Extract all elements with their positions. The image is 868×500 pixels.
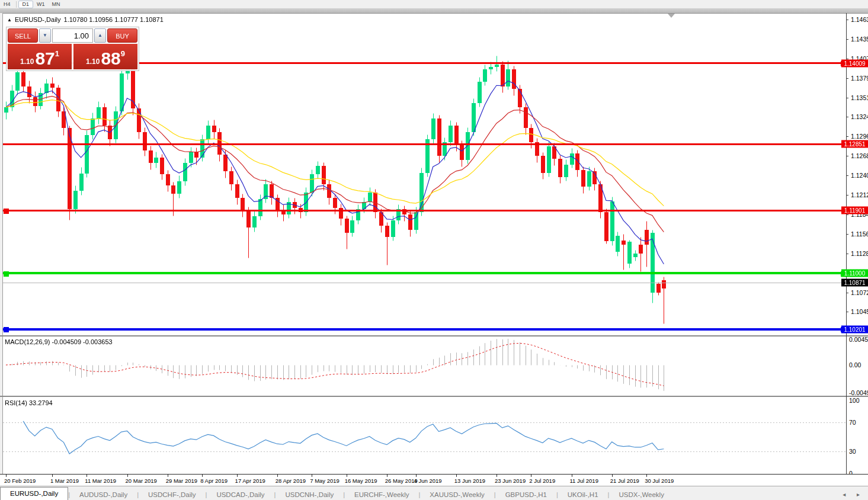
horizontal-line-1.10201[interactable] xyxy=(3,328,846,331)
price-axis-label: 1.12960 xyxy=(851,133,868,140)
timeframe-button-h4[interactable]: H4 xyxy=(0,1,14,8)
axis-tick-mark xyxy=(846,312,848,312)
macd-header: MACD(12,26,9) -0.004509 -0.003653 xyxy=(5,338,113,345)
date-tick-mark xyxy=(572,475,572,477)
date-axis: 20 Feb 20191 Mar 201911 Mar 201920 Mar 2… xyxy=(0,474,868,486)
sell-price-display[interactable]: 1.10 87 1 xyxy=(8,44,72,69)
chart-tab-usdcad-daily[interactable]: USDCAD-,Daily xyxy=(207,489,274,500)
axis-tick-mark xyxy=(846,39,848,40)
chart-tab-eurchf-weekly[interactable]: EURCHF-,Weekly xyxy=(345,489,418,500)
chart-tab-eurusd-daily[interactable]: EURUSD-,Daily xyxy=(0,487,68,500)
price-axis-label: 1.12400 xyxy=(851,172,868,179)
line-handle[interactable] xyxy=(4,209,9,214)
current-price-line xyxy=(3,283,846,283)
chart-tab-usdx-weekly[interactable]: USDX-,Weekly xyxy=(609,489,673,500)
line-handle[interactable] xyxy=(4,327,9,332)
chart-symbol-label: EURUSD-,Daily xyxy=(15,16,61,23)
axis-tick-mark xyxy=(846,214,848,215)
date-axis-label: 26 May 2019 xyxy=(385,477,418,484)
axis-tick-mark xyxy=(846,195,848,195)
volume-input[interactable] xyxy=(52,28,93,43)
timeframe-toolbar: H4D1W1MN xyxy=(0,0,868,9)
date-axis-label: 20 Mar 2019 xyxy=(126,477,157,484)
axis-tick-mark xyxy=(846,136,848,137)
sell-button[interactable]: SELL xyxy=(8,28,38,43)
tab-scroll-arrows[interactable]: ◂ ▸ xyxy=(843,489,864,500)
macd-indicator-chart[interactable] xyxy=(3,337,846,395)
volume-decrease-button[interactable]: ▼ xyxy=(39,28,51,43)
date-tick-mark xyxy=(127,475,128,477)
date-axis-label: 21 Jul 2019 xyxy=(610,477,639,484)
sell-price-prefix: 1.10 xyxy=(20,56,34,68)
date-tick-mark xyxy=(531,475,531,477)
date-axis-label: 30 Jul 2019 xyxy=(645,477,674,484)
price-axis-label: 1.10450 xyxy=(851,308,868,315)
buy-price-big: 88 xyxy=(101,50,120,68)
line-handle[interactable] xyxy=(4,271,9,277)
price-tag-1.10201: 1.10201 xyxy=(841,325,868,333)
one-click-trade-panel: SELL ▼ ▲ BUY 1.10 87 1 1.10 88 9 xyxy=(6,27,139,71)
price-tag-1.14009: 1.14009 xyxy=(841,59,868,67)
axis-tick-mark xyxy=(846,156,848,156)
axis-tick-mark xyxy=(846,98,848,98)
date-axis-label: 20 Feb 2019 xyxy=(4,477,36,484)
date-tick-mark xyxy=(312,475,312,477)
timeframe-button-mn[interactable]: MN xyxy=(49,1,64,8)
chart-title: ▲ EURUSD-,Daily 1.10780 1.10956 1.10777 … xyxy=(7,16,164,23)
date-tick-mark xyxy=(52,475,53,477)
volume-increase-button[interactable]: ▲ xyxy=(94,28,106,43)
chart-tab-bar: EURUSD-,Daily|AUDUSD-,Daily|USDCHF-,Dail… xyxy=(0,486,868,500)
axis-tick-mark xyxy=(846,20,848,20)
chart-tab-gbpusd-h1[interactable]: GBPUSD-,H1 xyxy=(496,489,556,500)
sell-price-pip: 1 xyxy=(55,44,59,64)
panel-separator[interactable] xyxy=(0,335,868,336)
panel-separator[interactable] xyxy=(0,396,868,397)
date-axis-label: 2 Jul 2019 xyxy=(529,477,555,484)
trade-panel-toggle-icon[interactable]: ▲ xyxy=(7,17,12,23)
chart-tab-usdchf-daily[interactable]: USDCHF-,Daily xyxy=(139,489,206,500)
macd-axis-label: 0.004524 xyxy=(849,336,868,343)
buy-price-display[interactable]: 1.10 88 9 xyxy=(73,44,137,69)
chart-tab-usdcnh-daily[interactable]: USDCNH-,Daily xyxy=(276,489,343,500)
price-axis-label: 1.11285 xyxy=(851,250,868,257)
axis-tick-mark xyxy=(846,78,848,79)
date-axis-label: 8 Apr 2019 xyxy=(200,477,228,484)
horizontal-line-1.12851[interactable] xyxy=(3,143,846,145)
buy-price-pip: 9 xyxy=(121,44,125,64)
chart-tab-ukoil-h1[interactable]: UKOil-,H1 xyxy=(558,489,608,500)
price-axis-label: 1.12680 xyxy=(851,152,868,159)
date-axis-label: 16 May 2019 xyxy=(345,477,377,484)
price-tag-1.11000: 1.11000 xyxy=(841,270,868,277)
date-axis-label: 29 Mar 2019 xyxy=(166,477,197,484)
date-axis-label: 1 Mar 2019 xyxy=(50,477,79,484)
axis-tick-mark xyxy=(846,254,848,254)
rsi-indicator-chart[interactable] xyxy=(3,398,846,473)
date-axis-label: 4 Jun 2019 xyxy=(414,477,442,484)
price-tag-1.12851: 1.12851 xyxy=(841,140,868,148)
date-tick-mark xyxy=(497,475,497,477)
date-axis-label: 11 Jul 2019 xyxy=(570,477,598,484)
chart-tab-xauusd-weekly[interactable]: XAUUSD-,Weekly xyxy=(420,489,494,500)
macd-axis-label: -0.004945 xyxy=(849,389,868,396)
horizontal-line-1.11000[interactable] xyxy=(3,272,846,274)
horizontal-line-1.11901[interactable] xyxy=(3,210,846,211)
date-axis-label: 28 Apr 2019 xyxy=(276,477,306,484)
timeframe-button-w1[interactable]: W1 xyxy=(33,1,49,8)
buy-button[interactable]: BUY xyxy=(107,28,137,43)
axis-tick-mark xyxy=(846,175,848,176)
date-axis-label: 7 May 2019 xyxy=(310,477,339,484)
axis-tick-mark xyxy=(846,293,848,293)
date-axis-label: 11 Mar 2019 xyxy=(85,477,116,484)
chart-ohlc-values: 1.10780 1.10956 1.10777 1.10871 xyxy=(64,16,164,23)
date-tick-mark xyxy=(612,475,613,477)
chart-tab-audusd-daily[interactable]: AUDUSD-,Daily xyxy=(70,489,137,500)
chart-shift-marker-icon[interactable] xyxy=(668,14,675,18)
date-tick-mark xyxy=(456,475,457,477)
date-axis-label: 23 Jun 2019 xyxy=(495,477,526,484)
date-tick-mark xyxy=(202,475,203,477)
date-tick-mark xyxy=(168,475,168,477)
buy-price-prefix: 1.10 xyxy=(86,56,100,68)
date-tick-mark xyxy=(347,475,347,477)
timeframe-button-d1[interactable]: D1 xyxy=(18,1,34,8)
axis-tick-mark xyxy=(846,234,848,235)
